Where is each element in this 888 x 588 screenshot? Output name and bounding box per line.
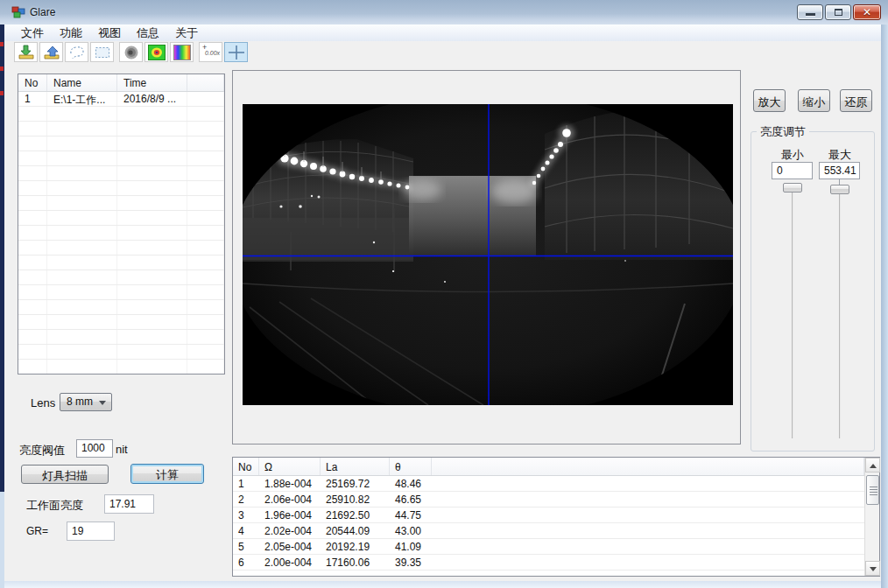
menu-info[interactable]: 信息 [129, 24, 167, 42]
zoom-in-button[interactable]: 放大 [753, 89, 786, 112]
results-table: No Ω La θ 11.88e-004 25169.7248.46 22.06… [232, 457, 880, 577]
brightness-title: 亮度调节 [757, 124, 809, 140]
min-slider-thumb[interactable] [783, 183, 802, 192]
rect-select-icon [94, 45, 111, 60]
window-border-right [881, 24, 888, 588]
result-row[interactable]: 11.88e-004 25169.7248.46 [233, 476, 864, 492]
col-la[interactable]: La [321, 458, 390, 475]
lasso-select-icon [68, 45, 86, 60]
empty-rows [18, 107, 224, 374]
lens-select[interactable]: 8 mm [60, 393, 112, 411]
restore-view-button[interactable]: 还原 [840, 89, 872, 112]
app-icon [11, 5, 25, 19]
menu-about[interactable]: 关于 [167, 24, 206, 42]
min-input[interactable]: 0 [772, 162, 813, 179]
palette-button[interactable] [170, 42, 194, 62]
scrollbar-thumb[interactable] [866, 475, 879, 505]
result-row[interactable]: 62.00e-004 17160.0639.35 [233, 555, 864, 570]
max-value: 553.41 [824, 164, 856, 177]
scroll-up-button[interactable] [865, 458, 880, 472]
results-scrollbar[interactable] [864, 458, 879, 576]
minimize-button[interactable] [797, 4, 823, 20]
import-button[interactable] [14, 42, 38, 62]
col-no[interactable]: No [18, 74, 47, 91]
arrow-down-icon [870, 567, 877, 571]
max-slider-track[interactable] [839, 193, 841, 438]
col-theta[interactable]: θ [390, 458, 432, 475]
toolbar: + 0.00x [4, 41, 881, 63]
min-value: 0 [777, 164, 783, 177]
brightness-groupbox: 亮度调节 最小 最大 0 553.41 [751, 131, 875, 452]
result-row[interactable]: 52.05e-004 20192.1941.09 [233, 539, 864, 555]
scroll-down-button[interactable] [865, 561, 880, 576]
restore-view-label: 还原 [845, 95, 868, 108]
empty-file-row [18, 107, 224, 122]
empty-file-row [18, 360, 224, 374]
max-input[interactable]: 553.41 [819, 162, 860, 179]
result-row[interactable]: 31.96e-004 21692.5044.75 [233, 508, 864, 523]
menu-function[interactable]: 功能 [52, 24, 90, 42]
threshold-input[interactable]: 1000 [76, 439, 113, 458]
min-slider-track[interactable] [792, 192, 793, 438]
threshold-value: 1000 [81, 442, 105, 454]
crosshair-toggle-button[interactable] [224, 42, 248, 62]
restore-button[interactable] [825, 4, 851, 20]
measurement-photo[interactable] [243, 104, 733, 405]
lens-value: 8 mm [67, 396, 93, 408]
file-list-header[interactable]: No Name Time [18, 74, 224, 92]
empty-file-row [18, 256, 224, 270]
empty-file-row [18, 136, 224, 151]
empty-file-row [18, 330, 224, 345]
menu-view[interactable]: 视图 [90, 24, 129, 42]
col-omega[interactable]: Ω [259, 458, 321, 475]
work-surface-value: 17.91 [109, 498, 136, 510]
rect-select-button[interactable] [90, 42, 114, 62]
col-no[interactable]: No [233, 458, 259, 475]
empty-file-row [18, 226, 224, 241]
empty-file-row [18, 181, 224, 196]
empty-file-row [18, 315, 224, 330]
lamp-scan-label: 灯具扫描 [42, 469, 88, 482]
minimize-icon [806, 13, 815, 16]
result-row[interactable]: 22.06e-004 25910.8246.65 [233, 492, 864, 508]
col-name[interactable]: Name [47, 74, 117, 91]
threshold-unit: nit [116, 443, 128, 456]
file-row[interactable]: 1 E:\1-工作... 2016/8/9 ... [18, 92, 224, 107]
zoom-in-label: 放大 [758, 95, 781, 108]
zoom-out-button[interactable]: 缩小 [798, 89, 830, 112]
max-slider-thumb[interactable] [830, 185, 849, 194]
col-filler [187, 74, 224, 91]
calculate-label: 计算 [156, 468, 179, 481]
lasso-select-button[interactable] [65, 42, 88, 62]
menu-file[interactable]: 文件 [13, 24, 52, 42]
grayscale-view-button[interactable] [119, 42, 143, 62]
edge-mark [0, 66, 4, 71]
menubar: 文件 功能 视图 信息 关于 [4, 24, 881, 41]
lamp-scan-button[interactable]: 灯具扫描 [21, 465, 109, 484]
empty-file-row [18, 211, 224, 226]
empty-file-row [18, 151, 224, 166]
empty-file-row [18, 300, 224, 315]
col-time[interactable]: Time [117, 74, 187, 91]
edge-mark [0, 42, 4, 46]
export-button[interactable] [39, 42, 63, 62]
window-border-left [0, 492, 4, 588]
value-overlay-button[interactable]: + 0.00x [199, 42, 222, 62]
titlebar[interactable]: Glare ✕ [0, 0, 888, 24]
import-icon [18, 45, 35, 60]
result-row[interactable]: 42.02e-004 20544.0943.00 [233, 523, 864, 539]
restore-icon [835, 9, 842, 16]
zoom-out-label: 缩小 [803, 95, 826, 108]
results-header[interactable]: No Ω La θ [233, 458, 864, 476]
close-button[interactable]: ✕ [853, 4, 881, 20]
pseudocolor-view-button[interactable] [144, 42, 168, 62]
export-icon [43, 45, 60, 60]
empty-file-row [18, 166, 224, 181]
calculate-button[interactable]: 计算 [130, 464, 204, 484]
work-surface-value-box: 17.91 [104, 494, 154, 514]
empty-file-row [18, 122, 224, 136]
palette-icon [173, 45, 191, 60]
empty-file-row [18, 241, 224, 256]
empty-file-row [18, 345, 224, 360]
col-filler [432, 458, 864, 475]
